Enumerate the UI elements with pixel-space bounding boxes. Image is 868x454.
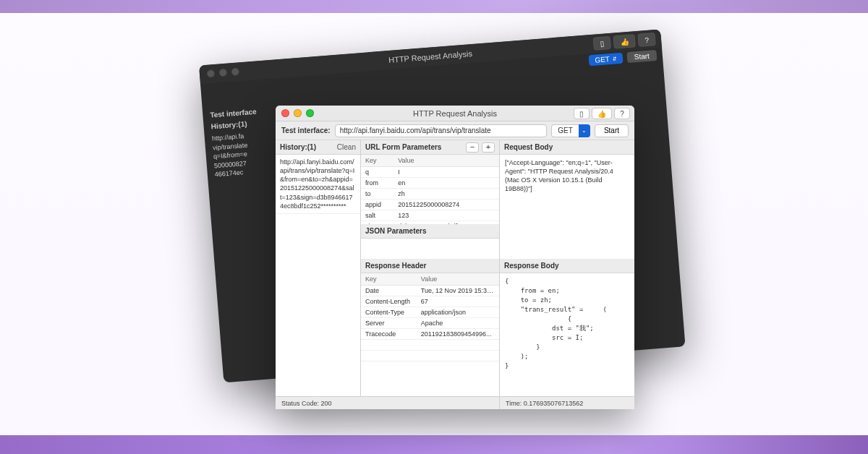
url-input[interactable] — [335, 124, 548, 137]
table-row: tozh — [361, 189, 499, 200]
table-row: appid20151225000008274 — [361, 200, 499, 210]
window-light: HTTP Request Analysis ▯ 👍 ? Test interfa… — [276, 106, 634, 409]
table-row — [361, 351, 499, 361]
table-row: qI — [361, 167, 499, 178]
response-header-title: Response Header — [365, 262, 426, 270]
table-row: Content-Typeapplication/json — [361, 307, 499, 318]
method-label: GET — [551, 124, 579, 137]
start-button[interactable]: Start — [595, 124, 629, 137]
table-row: fromen — [361, 178, 499, 189]
table-row: Tracecode201192183809454996... — [361, 329, 499, 340]
minimize-icon[interactable] — [294, 109, 302, 117]
table-row: ServerApache — [361, 318, 499, 329]
status-time: Time: 0.176935076713562 — [500, 397, 634, 409]
dark-method-select[interactable]: GET ⇵ — [589, 53, 624, 67]
dark-title: HTTP Request Analysis — [388, 49, 473, 64]
thumbs-up-icon[interactable]: 👍 — [592, 108, 612, 119]
request-body-text[interactable]: ["Accept-Language": "en;q=1", "User-Agen… — [500, 155, 634, 259]
col-key: Key — [361, 273, 417, 286]
url-params-table[interactable]: KeyValue qI fromen tozh appid20151225000… — [361, 155, 499, 224]
chevron-updown-icon: ⇵ — [613, 56, 618, 61]
table-row: salt123 — [361, 210, 499, 221]
history-empty-area — [276, 214, 360, 396]
json-params-box[interactable] — [361, 239, 499, 259]
table-row: DateTue, 12 Nov 2019 15:33:... — [361, 286, 499, 296]
method-select[interactable]: GET ⌄ — [551, 124, 590, 137]
chevron-updown-icon: ⌄ — [579, 124, 590, 137]
light-traffic-lights[interactable] — [281, 109, 314, 117]
dark-phone-icon[interactable]: ▯ — [593, 36, 611, 51]
status-bar: Status Code: 200 Time: 0.176935076713562 — [276, 396, 634, 409]
history-title: History:(1) — [280, 143, 316, 151]
table-row: Content-Length67 — [361, 296, 499, 307]
response-body-title: Response Body — [504, 262, 559, 270]
request-body-title: Request Body — [504, 143, 553, 151]
add-param-button[interactable]: + — [482, 142, 495, 153]
table-row — [361, 340, 499, 351]
response-body-text[interactable]: { from = en; to = zh; "trans_result" = (… — [500, 273, 634, 396]
help-icon[interactable]: ? — [614, 108, 630, 119]
test-toolbar: Test interface: GET ⌄ Start — [276, 121, 634, 140]
zoom-icon[interactable] — [306, 109, 314, 117]
history-entry[interactable]: http://api.fanyi.baidu.com/api/trans/vip… — [276, 155, 360, 214]
dark-thumb-icon[interactable]: 👍 — [613, 34, 636, 48]
phone-icon[interactable]: ▯ — [574, 108, 590, 119]
status-code: Status Code: 200 — [276, 397, 500, 409]
light-titlebar: HTTP Request Analysis ▯ 👍 ? — [276, 106, 634, 121]
decorative-stripe-bottom — [0, 435, 868, 454]
json-params-title: JSON Parameters — [365, 227, 427, 235]
clean-button[interactable]: Clean — [337, 143, 356, 151]
url-params-title: URL Form Parameters — [365, 143, 441, 151]
decorative-stripe-top — [0, 0, 868, 13]
dark-start-button[interactable]: Start — [626, 50, 657, 63]
response-header-table[interactable]: KeyValue DateTue, 12 Nov 2019 15:33:... … — [361, 273, 499, 361]
col-key: Key — [361, 155, 393, 167]
col-value: Value — [417, 273, 499, 286]
dark-traffic-lights[interactable] — [206, 67, 239, 77]
col-value: Value — [393, 155, 499, 167]
close-icon[interactable] — [281, 109, 289, 117]
light-title: HTTP Request Analysis — [413, 109, 497, 118]
dark-help-icon[interactable]: ? — [638, 33, 656, 47]
history-panel: History:(1) Clean http://api.fanyi.baidu… — [276, 140, 361, 396]
remove-param-button[interactable]: − — [466, 142, 479, 153]
test-interface-label: Test interface: — [281, 127, 331, 134]
